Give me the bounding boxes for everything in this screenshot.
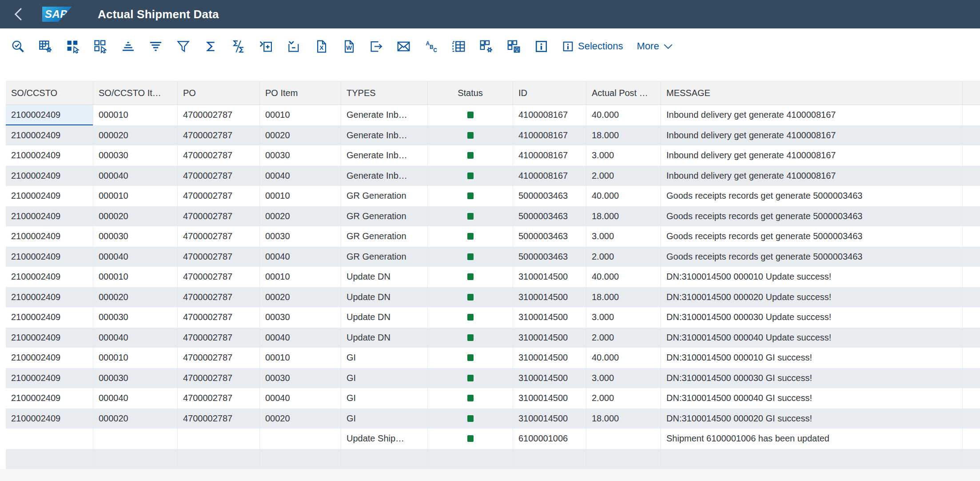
cell-so [6, 429, 93, 449]
cell-po-item: 00020 [260, 125, 341, 146]
cell-so: 2100002409 [6, 226, 93, 247]
select-all-button[interactable] [66, 40, 80, 53]
export-excel-button[interactable]: X [314, 40, 328, 53]
cell-po: 4700002787 [178, 328, 260, 348]
status-success-icon [467, 213, 474, 220]
sort-descending-icon [149, 40, 163, 53]
subtotals-button[interactable] [231, 40, 245, 53]
sort-descending-button[interactable] [149, 40, 163, 53]
cell-qty: 3.000 [586, 226, 661, 247]
status-success-icon [467, 415, 474, 422]
sort-ascending-button[interactable] [121, 40, 135, 53]
column-header-actual-post[interactable]: Actual Post … [586, 81, 661, 104]
table-layout-button[interactable] [479, 40, 493, 53]
back-button[interactable] [10, 5, 28, 23]
column-header-so-item[interactable]: SO/CCSTO It… [93, 81, 178, 104]
cell-so: 2100002409 [6, 368, 93, 389]
cell-type: GI [341, 409, 428, 429]
cell-po-item: 00030 [260, 368, 341, 389]
status-success-icon [467, 132, 474, 139]
cell-message: Goods receipts records get generate 5000… [661, 226, 963, 247]
more-button[interactable]: More [637, 40, 673, 52]
cell-so [6, 449, 93, 469]
cell-so: 2100002409 [6, 307, 93, 328]
cell-message: Inbound delivery get generate 4100008167 [661, 105, 963, 125]
insert-row-button[interactable] [259, 40, 273, 53]
table-row[interactable]: 2100002409000020470000278700020Update DN… [6, 287, 980, 308]
show-grid-button[interactable] [452, 40, 466, 53]
chevron-left-icon [13, 7, 24, 21]
info-button[interactable] [534, 40, 548, 53]
information-icon [562, 40, 574, 52]
column-header-so[interactable]: SO/CCSTO [6, 81, 93, 104]
table-row[interactable]: 2100002409000040470000278700040GI3100014… [6, 388, 980, 409]
table-settings-button[interactable] [39, 40, 52, 53]
table-body: 2100002409000010470000278700010Generate … [6, 105, 980, 469]
cell-message: Inbound delivery get generate 4100008167 [661, 125, 963, 146]
search-button[interactable] [11, 40, 25, 53]
table-row[interactable]: 2100002409000010470000278700010Update DN… [6, 267, 980, 287]
table-row[interactable]: 2100002409000020470000278700020GI3100014… [6, 409, 980, 429]
email-button[interactable] [397, 40, 410, 53]
export-word-button[interactable]: W [342, 40, 355, 53]
cell-status [428, 226, 513, 247]
table-row[interactable]: Update Ship…6100001006Shipment 610000100… [6, 429, 980, 449]
cell-po-item: 00020 [260, 206, 341, 227]
column-header-status[interactable]: Status [428, 81, 513, 104]
cell-po-item: 00010 [260, 105, 341, 125]
table-row[interactable]: 2100002409000010470000278700010GR Genera… [6, 186, 980, 206]
column-header-po[interactable]: PO [178, 81, 260, 104]
save-layout-button[interactable] [507, 40, 521, 53]
status-success-icon [467, 253, 474, 260]
column-header-message[interactable]: MESSAGE [661, 81, 963, 104]
selections-button[interactable]: Selections [562, 40, 623, 52]
table-row[interactable]: 2100002409000030470000278700030Generate … [6, 145, 980, 166]
cell-filler [963, 206, 980, 227]
filter-button[interactable] [176, 40, 190, 53]
cell-filler [963, 247, 980, 267]
sum-button[interactable] [204, 40, 218, 53]
cell-status [428, 409, 513, 429]
save-table-layout-icon [507, 40, 521, 53]
export-to-excel-icon: X [314, 40, 328, 53]
column-header-filler [963, 81, 980, 104]
cell-id: 3100014500 [513, 267, 586, 287]
table-row[interactable]: 2100002409000020470000278700020GR Genera… [6, 206, 980, 227]
cell-message: Shipment 6100001006 has been updated [661, 429, 963, 449]
status-success-icon [467, 334, 474, 341]
table-row[interactable]: 2100002409000010470000278700010Generate … [6, 105, 980, 125]
cell-filler [963, 267, 980, 287]
column-header-types[interactable]: TYPES [341, 81, 428, 104]
table-row[interactable]: 2100002409000010470000278700010GI3100014… [6, 348, 980, 368]
cell-id: 5000003463 [513, 247, 586, 267]
delete-row-button[interactable] [287, 40, 300, 53]
cell-type: GR Generation [341, 206, 428, 227]
table-row[interactable]: 2100002409000040470000278700040Generate … [6, 166, 980, 186]
spell-check-button[interactable]: A B C [424, 40, 438, 53]
export-button[interactable] [369, 40, 383, 53]
table-row[interactable]: 2100002409000030470000278700030GI3100014… [6, 368, 980, 389]
cell-so[interactable]: 2100002409 [6, 105, 93, 125]
page-title: Actual Shipment Data [98, 8, 219, 21]
cell-po [178, 449, 260, 469]
table-layout-icon [479, 40, 493, 53]
cell-so: 2100002409 [6, 125, 93, 146]
column-header-po-item[interactable]: PO Item [260, 81, 341, 104]
cell-status [428, 247, 513, 267]
status-success-icon [467, 435, 474, 442]
table-row[interactable]: 2100002409000040470000278700040Update DN… [6, 328, 980, 348]
table-row[interactable]: 2100002409000040470000278700040GR Genera… [6, 247, 980, 267]
table-row[interactable] [6, 449, 980, 469]
deselect-all-button[interactable] [94, 40, 108, 53]
cell-filler [963, 409, 980, 429]
cell-filler [963, 388, 980, 409]
cell-so-item: 000030 [93, 368, 178, 389]
table-row[interactable]: 2100002409000030470000278700030Update DN… [6, 307, 980, 328]
delete-row-icon [287, 40, 300, 53]
column-header-id[interactable]: ID [513, 81, 586, 104]
cell-so-item: 000040 [93, 247, 178, 267]
cell-message: DN:3100014500 000020 Update success! [661, 287, 963, 308]
table-row[interactable]: 2100002409000020470000278700020Generate … [6, 125, 980, 146]
table-row[interactable]: 2100002409000030470000278700030GR Genera… [6, 226, 980, 247]
cell-id: 5000003463 [513, 186, 586, 206]
